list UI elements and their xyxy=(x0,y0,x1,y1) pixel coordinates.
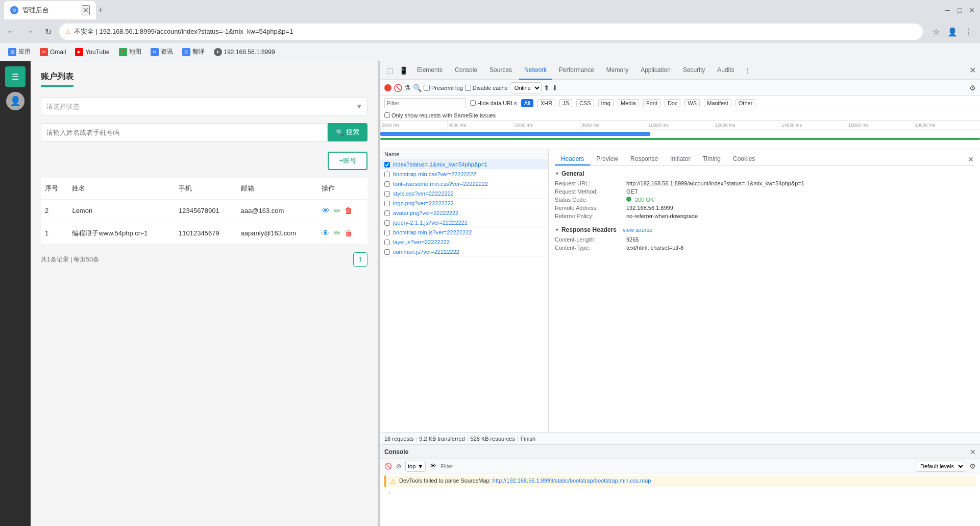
file-checkbox-5[interactable] xyxy=(384,210,390,216)
bookmark-star-button[interactable]: ☆ xyxy=(929,25,943,39)
tab-memory[interactable]: Memory xyxy=(601,61,633,80)
file-checkbox-9[interactable] xyxy=(384,249,390,255)
file-list-item[interactable]: logo.png?ver=22222222 xyxy=(380,199,548,208)
console-panel-close-button[interactable]: ✕ xyxy=(970,448,976,456)
page-1-button[interactable]: 1 xyxy=(353,252,368,267)
filter-media-button[interactable]: Media xyxy=(618,99,639,107)
forward-button[interactable]: → xyxy=(22,25,37,39)
tab-performance[interactable]: Performance xyxy=(554,61,599,80)
file-checkbox-6[interactable] xyxy=(384,220,390,226)
preserve-log-label[interactable]: Preserve log xyxy=(424,85,463,91)
file-checkbox-3[interactable] xyxy=(384,191,390,197)
throttling-select[interactable]: Online xyxy=(510,82,542,93)
bookmark-news[interactable]: N 资讯 xyxy=(146,45,177,58)
file-checkbox-0[interactable] xyxy=(384,162,390,168)
detail-tab-cookies[interactable]: Cookies xyxy=(727,153,761,165)
filter-xhr-button[interactable]: XHR xyxy=(537,99,555,107)
filter-manifest-button[interactable]: Manifest xyxy=(704,99,731,107)
bookmark-maps[interactable]: 📍 地图 xyxy=(115,45,145,58)
tab-sources[interactable]: Sources xyxy=(484,61,517,80)
console-settings-button[interactable]: ⚙ xyxy=(969,462,976,470)
console-filter-input[interactable] xyxy=(440,461,912,471)
record-button[interactable] xyxy=(384,84,391,91)
tab-network[interactable]: Network xyxy=(519,61,552,80)
search-input[interactable] xyxy=(41,123,328,141)
delete-button[interactable]: 🗑 xyxy=(345,206,353,216)
filter-font-button[interactable]: Font xyxy=(643,99,660,107)
detail-tab-preview[interactable]: Preview xyxy=(590,153,624,165)
file-checkbox-8[interactable] xyxy=(384,240,390,245)
disable-cache-label[interactable]: Disable cache xyxy=(465,85,508,91)
device-toolbar-button[interactable]: 📱 xyxy=(397,65,410,76)
details-close-button[interactable]: ✕ xyxy=(968,153,974,165)
detail-tab-timing[interactable]: Timing xyxy=(696,153,727,165)
bookmark-custom[interactable]: ● 192.168.56.1:8999 xyxy=(210,46,279,58)
filter-css-button[interactable]: CSS xyxy=(576,99,594,107)
edit-button[interactable]: ✏ xyxy=(334,228,340,238)
add-account-button[interactable]: +账号 xyxy=(328,152,368,170)
filter-all-button[interactable]: All xyxy=(521,99,533,107)
view-source-link[interactable]: view source xyxy=(623,227,652,233)
console-levels-select[interactable]: Default levels xyxy=(916,461,965,472)
back-button[interactable]: ← xyxy=(4,25,18,39)
console-stop-button[interactable]: ⊘ xyxy=(396,463,401,470)
response-headers-section-title[interactable]: Response Headers view source xyxy=(555,226,974,233)
tab-security[interactable]: Security xyxy=(678,61,710,80)
close-button[interactable]: ✕ xyxy=(968,6,976,14)
menu-button[interactable]: ⋮ xyxy=(962,25,976,39)
search-network-button[interactable]: 🔍 xyxy=(413,84,422,92)
filter-ws-button[interactable]: WS xyxy=(684,99,700,107)
detail-tab-headers[interactable]: Headers xyxy=(555,153,590,165)
tab-application[interactable]: Application xyxy=(635,61,676,80)
preserve-log-checkbox[interactable] xyxy=(424,85,430,91)
view-button[interactable]: 👁 xyxy=(322,206,330,216)
file-checkbox-1[interactable] xyxy=(384,172,390,177)
more-tabs-button[interactable]: ⋮ xyxy=(742,65,753,76)
file-list-item[interactable]: bootstrap.min.css?ver=22222222 xyxy=(380,170,548,179)
maximize-button[interactable]: □ xyxy=(955,6,964,14)
hide-data-urls-checkbox[interactable] xyxy=(470,100,476,106)
file-list-item[interactable]: font-awesome.min.css?ver=22222222 xyxy=(380,179,548,189)
file-list-item[interactable]: layer.js?ver=22222222 xyxy=(380,237,548,247)
detail-tab-response[interactable]: Response xyxy=(624,153,664,165)
filter-other-button[interactable]: Other xyxy=(736,99,756,107)
bookmark-apps[interactable]: ⊞ 应用 xyxy=(4,45,35,58)
general-section-title[interactable]: General xyxy=(555,170,974,177)
file-list-item[interactable]: avatar.png?ver=22222222 xyxy=(380,208,548,218)
inspect-element-button[interactable]: ⬚ xyxy=(384,65,395,76)
profile-button[interactable]: 👤 xyxy=(945,25,960,39)
samesite-checkbox[interactable] xyxy=(384,112,390,118)
file-checkbox-2[interactable] xyxy=(384,181,390,187)
samesite-label[interactable]: Only show requests with SameSite issues xyxy=(384,112,496,118)
search-button[interactable]: 🔍 搜索 xyxy=(328,123,368,141)
export-har-button[interactable]: ⬇ xyxy=(552,84,558,92)
menu-toggle-button[interactable]: ☰ xyxy=(5,66,26,87)
warning-link[interactable]: http://192.168.56.1:8999/static/bootstra… xyxy=(493,477,651,484)
bookmark-youtube[interactable]: ▶ YouTube xyxy=(71,46,113,58)
delete-button[interactable]: 🗑 xyxy=(345,229,353,238)
tab-elements[interactable]: Elements xyxy=(412,61,448,80)
bookmark-gmail[interactable]: M Gmail xyxy=(36,46,70,58)
file-checkbox-7[interactable] xyxy=(384,230,390,235)
file-list-item[interactable]: style.css?ver=22222222 xyxy=(380,189,548,199)
hide-data-urls-label[interactable]: Hide data URLs xyxy=(470,100,517,106)
clear-log-button[interactable]: 🚫 xyxy=(394,84,402,92)
minimize-button[interactable]: ─ xyxy=(943,6,951,14)
import-har-button[interactable]: ⬆ xyxy=(544,84,550,92)
filter-doc-button[interactable]: Doc xyxy=(665,99,681,107)
tab-close-button[interactable]: ✕ xyxy=(82,5,90,15)
console-context-select[interactable]: top ▼ xyxy=(405,461,426,472)
file-list-item[interactable]: index?status=-1&mix_kw=54php&p=1 xyxy=(380,160,548,170)
filter-toggle-button[interactable]: ⚗ xyxy=(404,84,411,92)
refresh-button[interactable]: ↻ xyxy=(41,25,55,39)
network-settings-button[interactable]: ⚙ xyxy=(969,84,976,92)
file-list-item[interactable]: common.js?ver=22222222 xyxy=(380,247,548,257)
file-checkbox-4[interactable] xyxy=(384,201,390,206)
filter-img-button[interactable]: Img xyxy=(598,99,614,107)
new-tab-button[interactable]: + xyxy=(98,5,104,16)
detail-tab-initiator[interactable]: Initiator xyxy=(664,153,696,165)
address-bar-input-wrap[interactable]: ⚠ 不安全 | 192.168.56.1:8999/account/index?… xyxy=(59,23,923,40)
file-list-item[interactable]: bootstrap.min.js?ver=22222222 xyxy=(380,228,548,237)
network-filter-input[interactable] xyxy=(384,98,466,108)
console-clear-button[interactable]: 🚫 xyxy=(384,463,392,470)
